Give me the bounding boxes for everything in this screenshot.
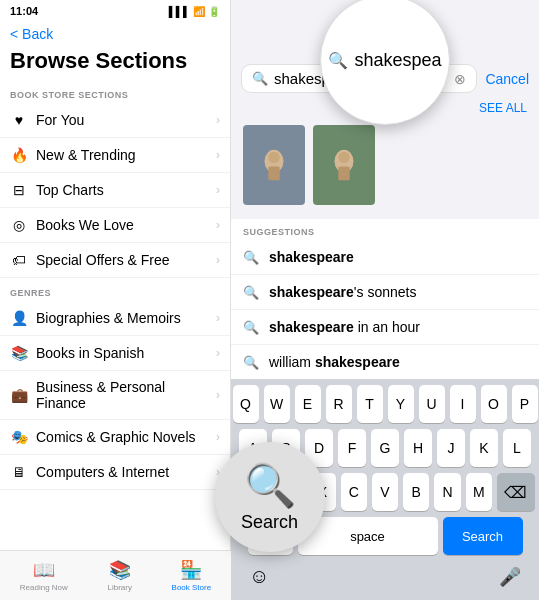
key-r[interactable]: R (326, 385, 352, 423)
key-m[interactable]: M (466, 473, 492, 511)
menu-content: BOOK STORE SECTIONS ♥ For You › 🔥 New & … (0, 80, 230, 600)
svg-point-6 (338, 152, 349, 163)
key-t[interactable]: T (357, 385, 383, 423)
new-trending-label: New & Trending (36, 147, 216, 163)
key-y[interactable]: Y (388, 385, 414, 423)
heart-icon: ♥ (10, 111, 28, 129)
suggestion-item-3[interactable]: 🔍 shakespeare in an hour (231, 310, 539, 345)
key-h[interactable]: H (404, 429, 432, 467)
key-g[interactable]: G (371, 429, 399, 467)
key-v[interactable]: V (372, 473, 398, 511)
menu-item-for-you[interactable]: ♥ For You › (0, 103, 230, 138)
tab-bar: 📖 Reading Now 📚 Library 🏪 Book Store (0, 550, 231, 600)
suggestion-text-4: william shakespeare (269, 354, 400, 370)
menu-item-books-we-love[interactable]: ◎ Books We Love › (0, 208, 230, 243)
left-panel: 11:04 ▌▌▌ 📶 🔋 < Back Browse Sections BOO… (0, 0, 231, 600)
for-you-label: For You (36, 112, 216, 128)
star-icon: ◎ (10, 216, 28, 234)
menu-item-new-trending[interactable]: 🔥 New & Trending › (0, 138, 230, 173)
key-c[interactable]: C (341, 473, 367, 511)
key-k[interactable]: K (470, 429, 498, 467)
key-search[interactable]: Search (443, 517, 523, 555)
suggestion-text-1: shakespeare (269, 249, 354, 265)
suggestion-search-icon-4: 🔍 (243, 355, 259, 370)
menu-item-special-offers[interactable]: 🏷 Special Offers & Free › (0, 243, 230, 278)
signal-icon: ▌▌▌ (169, 6, 190, 17)
back-button[interactable]: < Back (0, 22, 230, 46)
keyboard-bottom-row: ☺ 🎤 (235, 561, 535, 592)
key-q[interactable]: Q (233, 385, 259, 423)
svg-rect-7 (338, 167, 349, 180)
book-thumb-1[interactable] (243, 125, 305, 205)
special-offers-label: Special Offers & Free (36, 252, 216, 268)
suggestion-item-1[interactable]: 🔍 shakespeare (231, 240, 539, 275)
tab-library[interactable]: 📚 Library (107, 559, 131, 592)
svg-rect-3 (268, 167, 279, 180)
menu-item-comics[interactable]: 🎭 Comics & Graphic Novels › (0, 420, 230, 455)
wifi-icon: 📶 (193, 6, 205, 17)
search-clear-button[interactable]: ⊗ (454, 71, 466, 87)
comics-label: Comics & Graphic Novels (36, 429, 216, 445)
suggestion-text-2: shakespeare's sonnets (269, 284, 416, 300)
books-spanish-label: Books in Spanish (36, 345, 216, 361)
keyboard-row-1: Q W E R T Y U I O P (235, 385, 535, 423)
reading-now-label: Reading Now (20, 583, 68, 592)
key-w[interactable]: W (264, 385, 290, 423)
book-store-label: Book Store (172, 583, 212, 592)
menu-item-top-charts[interactable]: ⊟ Top Charts › (0, 173, 230, 208)
person-icon: 👤 (10, 309, 28, 327)
menu-item-books-spanish[interactable]: 📚 Books in Spanish › (0, 336, 230, 371)
book-thumb-2[interactable] (313, 125, 375, 205)
suggestions-header: SUGGESTIONS (231, 219, 539, 240)
suggestion-search-icon-1: 🔍 (243, 250, 259, 265)
chevron-icon: › (216, 218, 220, 232)
cancel-button[interactable]: Cancel (485, 71, 529, 87)
key-e[interactable]: E (295, 385, 321, 423)
books-icon: 📚 (10, 344, 28, 362)
sections-header: BOOK STORE SECTIONS (0, 80, 230, 103)
see-all-button[interactable]: SEE ALL (479, 101, 527, 115)
reading-now-icon: 📖 (33, 559, 55, 581)
key-space[interactable]: space (298, 517, 438, 555)
suggestions-section: SUGGESTIONS 🔍 shakespeare 🔍 shakespeare'… (231, 219, 539, 380)
key-l[interactable]: L (503, 429, 531, 467)
book-store-icon: 🏪 (180, 559, 202, 581)
fire-icon: 🔥 (10, 146, 28, 164)
chevron-icon: › (216, 430, 220, 444)
library-label: Library (107, 583, 131, 592)
search-magnify-inner: 🔍 shakespea (320, 50, 449, 71)
key-f[interactable]: F (338, 429, 366, 467)
suggestion-search-icon-2: 🔍 (243, 285, 259, 300)
chevron-icon: › (216, 253, 220, 267)
chevron-icon: › (216, 183, 220, 197)
tab-book-store[interactable]: 🏪 Book Store (172, 559, 212, 592)
emoji-button[interactable]: ☺ (239, 561, 279, 592)
suggestion-item-4[interactable]: 🔍 william shakespeare (231, 345, 539, 380)
svg-point-2 (268, 152, 279, 163)
menu-item-biographies[interactable]: 👤 Biographies & Memoirs › (0, 301, 230, 336)
key-i[interactable]: I (450, 385, 476, 423)
suggestion-item-2[interactable]: 🔍 shakespeare's sonnets (231, 275, 539, 310)
key-b[interactable]: B (403, 473, 429, 511)
search-circle-label: Search (241, 512, 298, 533)
book-store-sections: BOOK STORE SECTIONS ♥ For You › 🔥 New & … (0, 80, 230, 278)
business-label: Business & Personal Finance (36, 379, 216, 411)
search-bar-zoom-circle: 🔍 shakespea (320, 0, 450, 125)
menu-item-business[interactable]: 💼 Business & Personal Finance › (0, 371, 230, 420)
computer-icon: 🖥 (10, 463, 28, 481)
mic-button[interactable]: 🎤 (489, 562, 531, 592)
key-o[interactable]: O (481, 385, 507, 423)
key-p[interactable]: P (512, 385, 538, 423)
chevron-icon: › (216, 388, 220, 402)
big-search-icon: 🔍 (244, 461, 296, 510)
key-u[interactable]: U (419, 385, 445, 423)
key-backspace[interactable]: ⌫ (497, 473, 535, 511)
search-input-icon: 🔍 (252, 71, 268, 86)
key-n[interactable]: N (434, 473, 460, 511)
status-icons: ▌▌▌ 📶 🔋 (169, 6, 220, 17)
battery-icon: 🔋 (208, 6, 220, 17)
key-j[interactable]: J (437, 429, 465, 467)
tab-reading-now[interactable]: 📖 Reading Now (20, 559, 68, 592)
chevron-icon: › (216, 346, 220, 360)
menu-item-computers[interactable]: 🖥 Computers & Internet › (0, 455, 230, 490)
